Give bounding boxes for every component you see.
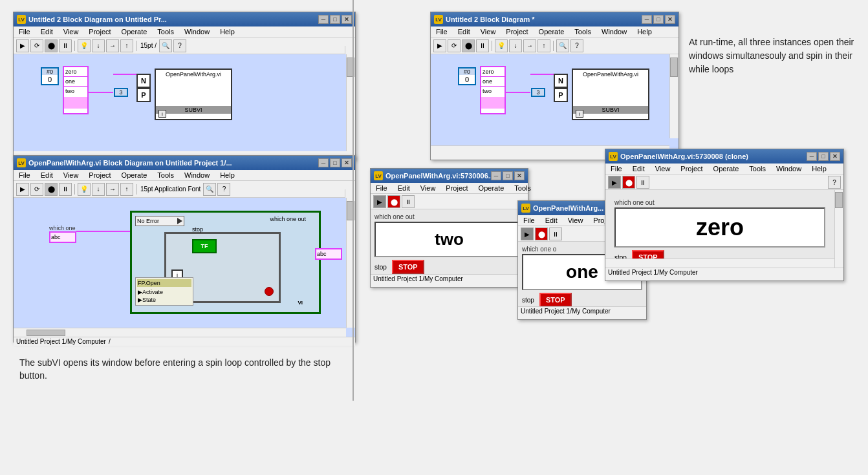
menu-view-subvi[interactable]: View [61, 171, 81, 180]
close-btn-bd1[interactable]: ✕ [342, 15, 352, 24]
min-fp1[interactable]: ─ [491, 171, 501, 180]
fp1-stop-btn[interactable]: STOP [392, 260, 424, 274]
run-btn-subvi[interactable]: ▶ [16, 183, 29, 196]
menu-window-fp3[interactable]: Window [774, 164, 804, 173]
step-into-bd2[interactable]: ↓ [509, 39, 522, 52]
menu-view-bd1[interactable]: View [61, 27, 81, 36]
run-cont-bd2[interactable]: ⟳ [448, 39, 461, 52]
run-cont-bd1[interactable]: ⟳ [30, 39, 43, 52]
menu-file-bd2[interactable]: File [433, 27, 450, 36]
abort-btn-bd2[interactable]: ⬤ [462, 39, 475, 52]
menu-project-fp3[interactable]: Project [678, 164, 705, 173]
highlight-btn-bd1[interactable]: 💡 [78, 39, 91, 52]
abort-btn-subvi[interactable]: ⬤ [45, 183, 58, 196]
search-btn-subvi[interactable]: 🔍 [203, 183, 216, 196]
help-btn-bd2[interactable]: ? [570, 39, 583, 52]
menu-help-fp3[interactable]: Help [809, 164, 829, 173]
help-btn-subvi[interactable]: ? [217, 183, 230, 196]
step-into-bd1[interactable]: ↓ [92, 39, 105, 52]
pause-btn-fp3[interactable]: ⏸ [636, 176, 649, 189]
menu-project-subvi[interactable]: Project [86, 171, 113, 180]
close-fp1[interactable]: ✕ [514, 171, 525, 180]
controls-fp1[interactable]: ─ □ ✕ [491, 171, 525, 180]
menu-edit-bd2[interactable]: Edit [455, 27, 473, 36]
pause-btn-subvi[interactable]: ⏸ [59, 183, 72, 196]
scrollbar-v-bd2[interactable] [669, 54, 678, 138]
window-controls-bd1[interactable]: ─ □ ✕ [318, 15, 352, 24]
menu-view-fp2[interactable]: View [565, 216, 586, 225]
menu-window-bd1[interactable]: Window [182, 27, 212, 36]
menu-window-bd2[interactable]: Window [599, 27, 629, 36]
menu-help-bd2[interactable]: Help [635, 27, 655, 36]
run-btn-fp2[interactable]: ▶ [521, 227, 534, 240]
menu-operate-bd1[interactable]: Operate [119, 27, 150, 36]
max-subvi[interactable]: □ [330, 158, 340, 167]
highlight-btn-bd2[interactable]: 💡 [495, 39, 508, 52]
search-btn-bd2[interactable]: 🔍 [556, 39, 569, 52]
help-btn-bd1[interactable]: ? [173, 39, 186, 52]
highlight-btn-subvi[interactable]: 💡 [78, 183, 91, 196]
menu-edit-bd1[interactable]: Edit [38, 27, 56, 36]
menu-help-subvi[interactable]: Help [217, 171, 237, 180]
step-out-subvi[interactable]: ↑ [120, 183, 133, 196]
step-over-bd1[interactable]: → [106, 39, 119, 52]
max-bd2[interactable]: □ [653, 15, 664, 24]
window-subvi-bd[interactable]: LV OpenPanelWithArg.vi Block Diagram on … [13, 155, 356, 343]
close-subvi[interactable]: ✕ [342, 158, 352, 167]
pause-btn-bd1[interactable]: ⏸ [59, 39, 72, 52]
menu-help-bd1[interactable]: Help [217, 27, 237, 36]
run-cont-subvi[interactable]: ⟳ [30, 183, 43, 196]
menu-view-fp1[interactable]: View [418, 184, 439, 193]
menu-operate-fp1[interactable]: Operate [476, 184, 507, 193]
menu-window-subvi[interactable]: Window [182, 171, 212, 180]
search-btn-bd1[interactable]: 🔍 [159, 39, 172, 52]
run-btn-bd1[interactable]: ▶ [16, 39, 29, 52]
menu-file-subvi[interactable]: File [16, 171, 33, 180]
menu-tools-fp3[interactable]: Tools [746, 164, 768, 173]
scrollbar-thumb-v-bd2[interactable] [670, 58, 678, 77]
controls-subvi[interactable]: ─ □ ✕ [318, 158, 352, 167]
max-fp1[interactable]: □ [503, 171, 513, 180]
close-fp3[interactable]: ✕ [830, 152, 840, 161]
menu-project-bd1[interactable]: Project [86, 27, 113, 36]
scrollbar-thumb-v-fp3[interactable] [835, 192, 843, 208]
run-btn-fp3[interactable]: ▶ [608, 176, 621, 189]
step-out-bd1[interactable]: ↑ [120, 39, 133, 52]
abort-btn-fp2[interactable]: ⬤ [535, 227, 548, 240]
minimize-btn-bd1[interactable]: ─ [318, 15, 329, 24]
help-btn-fp3[interactable]: ? [828, 176, 841, 189]
maximize-btn-bd1[interactable]: □ [330, 15, 340, 24]
menu-file-fp1[interactable]: File [373, 184, 390, 193]
menu-file-fp3[interactable]: File [608, 164, 625, 173]
abort-btn-bd1[interactable]: ⬤ [45, 39, 58, 52]
window-bd1[interactable]: LV Untitled 2 Block Diagram on Untitled … [13, 12, 356, 160]
scrollbar-h-subvi[interactable] [14, 328, 346, 337]
max-fp3[interactable]: □ [818, 152, 829, 161]
menu-view-fp3[interactable]: View [653, 164, 673, 173]
step-over-bd2[interactable]: → [523, 39, 536, 52]
menu-tools-fp1[interactable]: Tools [512, 184, 534, 193]
menu-file-bd1[interactable]: File [16, 27, 33, 36]
abort-btn-fp3[interactable]: ⬤ [622, 176, 635, 189]
menu-edit-fp2[interactable]: Edit [543, 216, 560, 225]
menu-file-fp2[interactable]: File [521, 216, 537, 225]
abort-btn-fp1[interactable]: ⬤ [387, 195, 400, 208]
min-bd2[interactable]: ─ [642, 15, 652, 24]
menu-operate-subvi[interactable]: Operate [119, 171, 150, 180]
menu-tools-bd2[interactable]: Tools [572, 27, 594, 36]
scrollbar-thumb-h-subvi[interactable] [27, 330, 65, 336]
step-into-subvi[interactable]: ↓ [92, 183, 105, 196]
run-btn-fp1[interactable]: ▶ [373, 195, 386, 208]
run-btn-bd2[interactable]: ▶ [433, 39, 446, 52]
min-fp3[interactable]: ─ [807, 152, 817, 161]
scrollbar-v-fp3[interactable] [834, 190, 843, 268]
menu-project-fp1[interactable]: Project [443, 184, 470, 193]
pause-btn-fp2[interactable]: ⏸ [549, 227, 562, 240]
min-subvi[interactable]: ─ [318, 158, 329, 167]
menu-tools-bd1[interactable]: Tools [155, 27, 177, 36]
menu-operate-fp3[interactable]: Operate [711, 164, 742, 173]
menu-edit-fp1[interactable]: Edit [395, 184, 413, 193]
controls-fp3[interactable]: ─ □ ✕ [807, 152, 840, 161]
window-bd2[interactable]: LV Untitled 2 Block Diagram * ─ □ ✕ File… [430, 12, 679, 160]
fp-window-1[interactable]: LV OpenPanelWithArg.vi:5730006... ─ □ ✕ … [370, 168, 528, 288]
